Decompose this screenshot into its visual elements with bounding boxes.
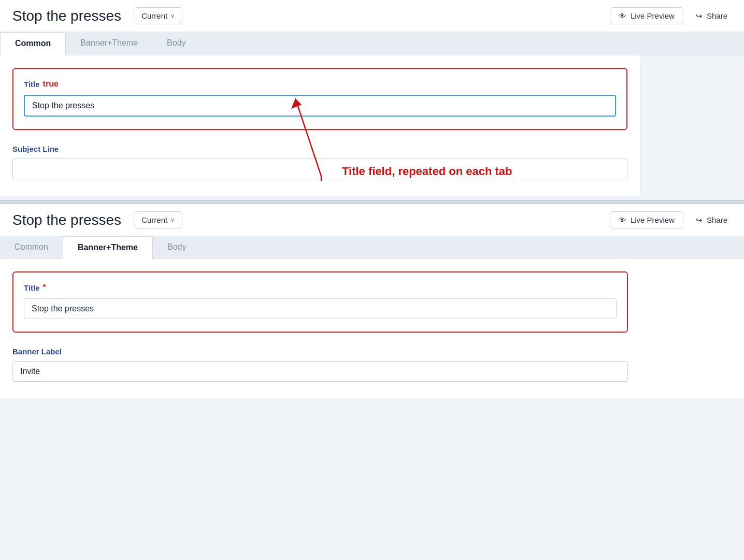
required-star-top: true bbox=[43, 79, 59, 89]
subject-line-input[interactable] bbox=[12, 159, 627, 179]
title-field-section-bottom: Title * bbox=[12, 271, 628, 333]
top-form-content: Title true Subject Line bbox=[0, 55, 640, 196]
title-field-section-top: Title true bbox=[12, 68, 627, 130]
banner-label-input[interactable] bbox=[12, 361, 628, 382]
share-label: Share bbox=[707, 11, 727, 20]
share-icon: ↪ bbox=[696, 11, 703, 21]
current-dropdown-button[interactable]: Current ∨ bbox=[134, 7, 182, 24]
title-field-label-bottom: Title * bbox=[24, 283, 617, 292]
bottom-page-title: Stop the presses bbox=[12, 212, 121, 228]
title-input-bottom[interactable] bbox=[24, 298, 617, 319]
banner-label-section: Banner Label bbox=[12, 347, 628, 382]
share-button[interactable]: ↪ Share bbox=[692, 8, 732, 24]
tab-common-bottom[interactable]: Common bbox=[0, 236, 63, 259]
subject-line-section: Subject Line bbox=[12, 145, 627, 179]
bottom-share-label: Share bbox=[707, 216, 727, 224]
live-preview-label: Live Preview bbox=[631, 11, 675, 20]
top-panel-header: Stop the presses Current ∨ 👁 Live Previe… bbox=[0, 0, 744, 32]
bottom-panel-header: Stop the presses Current ∨ 👁 Live Previe… bbox=[0, 204, 744, 236]
tab-common-top[interactable]: Common bbox=[0, 32, 66, 55]
bottom-live-preview-label: Live Preview bbox=[631, 216, 675, 224]
bottom-tabs-bar: Common Banner+Theme Body bbox=[0, 236, 744, 259]
bottom-current-dropdown-button[interactable]: Current ∨ bbox=[134, 211, 182, 228]
bottom-current-label: Current bbox=[141, 216, 167, 224]
tab-banner-theme-bottom[interactable]: Banner+Theme bbox=[63, 236, 153, 260]
page-title: Stop the presses bbox=[12, 8, 121, 24]
bottom-share-button[interactable]: ↪ Share bbox=[692, 212, 732, 228]
title-field-label-top: Title true bbox=[24, 79, 616, 89]
chevron-down-icon: ∨ bbox=[170, 12, 175, 19]
current-label: Current bbox=[141, 11, 167, 20]
banner-label-label: Banner Label bbox=[12, 347, 628, 356]
title-input-top[interactable] bbox=[24, 95, 616, 117]
eye-icon: 👁 bbox=[619, 11, 626, 20]
bottom-panel: Stop the presses Current ∨ 👁 Live Previe… bbox=[0, 204, 744, 398]
bottom-live-preview-button[interactable]: 👁 Live Preview bbox=[610, 211, 683, 228]
tab-body-top[interactable]: Body bbox=[152, 32, 200, 55]
subject-line-label: Subject Line bbox=[12, 145, 627, 153]
live-preview-button[interactable]: 👁 Live Preview bbox=[610, 7, 683, 24]
top-panel: Stop the presses Current ∨ 👁 Live Previe… bbox=[0, 0, 744, 55]
bottom-form-content: Title * Banner Label bbox=[0, 259, 640, 398]
tab-body-bottom[interactable]: Body bbox=[153, 236, 201, 259]
required-star-bottom: * bbox=[43, 283, 46, 292]
tab-banner-theme-top[interactable]: Banner+Theme bbox=[66, 32, 152, 55]
top-tabs-bar: Common Banner+Theme Body bbox=[0, 32, 744, 55]
bottom-share-icon: ↪ bbox=[696, 216, 703, 225]
panel-divider bbox=[0, 200, 744, 204]
bottom-chevron-down-icon: ∨ bbox=[170, 217, 175, 223]
bottom-eye-icon: 👁 bbox=[619, 216, 626, 224]
